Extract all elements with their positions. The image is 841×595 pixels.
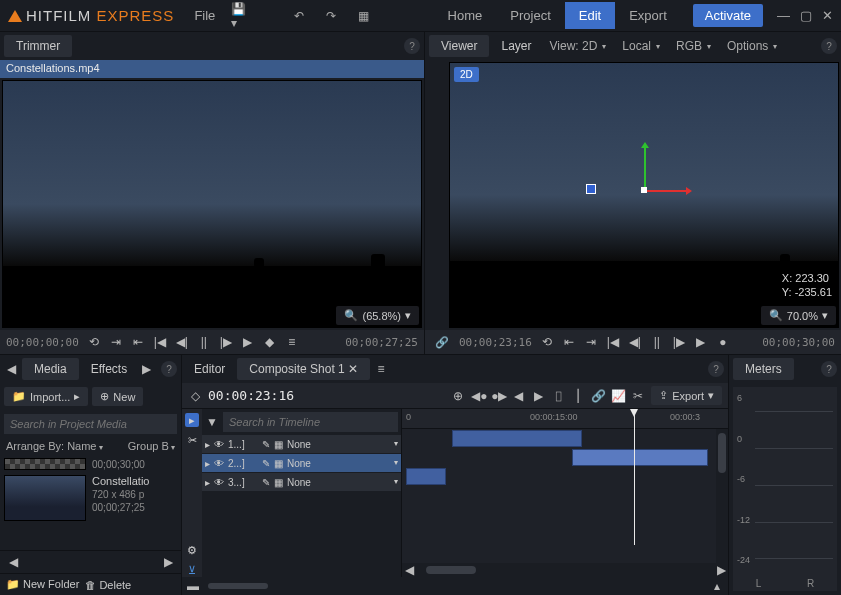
checker-icon[interactable]: ▦ bbox=[274, 439, 283, 450]
visibility-icon[interactable]: 👁 bbox=[214, 477, 224, 488]
playhead-timecode[interactable]: 00:00:23:16 bbox=[208, 388, 294, 403]
play-icon[interactable]: ▶ bbox=[241, 335, 255, 349]
layer-tab[interactable]: Layer bbox=[493, 35, 539, 57]
effects-tab[interactable]: Effects bbox=[83, 358, 135, 380]
select-tool-icon[interactable]: ▸ bbox=[185, 413, 199, 427]
help-icon[interactable]: ? bbox=[404, 38, 420, 54]
viewer-zoom[interactable]: 🔍 70.0% ▾ bbox=[761, 306, 836, 325]
graph-icon[interactable]: 📈 bbox=[611, 389, 625, 403]
blend-mode-dropdown[interactable]: None bbox=[287, 477, 398, 488]
filter-icon[interactable]: ▼ bbox=[205, 415, 219, 429]
back-icon[interactable]: ◀ bbox=[511, 389, 525, 403]
y-axis-handle[interactable] bbox=[644, 148, 646, 190]
options-icon[interactable]: ≡ bbox=[374, 362, 388, 376]
track-row[interactable]: ▸ 👁 1...] ✎ ▦ None bbox=[202, 435, 401, 454]
new-folder-button[interactable]: 📁 New Folder bbox=[6, 578, 79, 591]
end-icon[interactable]: ⇥ bbox=[584, 335, 598, 349]
tab-edit[interactable]: Edit bbox=[565, 2, 615, 29]
record-icon[interactable]: ● bbox=[716, 335, 730, 349]
view-mode-dropdown[interactable]: View: 2D bbox=[544, 37, 613, 55]
space-dropdown[interactable]: Local bbox=[616, 37, 666, 55]
visibility-icon[interactable]: 👁 bbox=[214, 439, 224, 450]
checker-icon[interactable]: ▦ bbox=[274, 477, 283, 488]
split-icon[interactable]: ⎮ bbox=[571, 389, 585, 403]
close-icon[interactable]: ✕ bbox=[822, 8, 833, 23]
frame-fwd-icon[interactable]: |▶ bbox=[219, 335, 233, 349]
channel-dropdown[interactable]: RGB bbox=[670, 37, 717, 55]
delete-button[interactable]: 🗑 Delete bbox=[85, 579, 131, 591]
minimize-icon[interactable]: — bbox=[777, 8, 790, 23]
viewer-viewport[interactable]: ▸ ✋ A ◇ ✥ ⚲ 2D X: 223.30 bbox=[449, 62, 839, 328]
zoom-slider[interactable] bbox=[208, 583, 268, 589]
meters-tab[interactable]: Meters bbox=[733, 358, 794, 380]
panel-nav-back-icon[interactable]: ◀ bbox=[4, 362, 18, 376]
clip[interactable] bbox=[572, 449, 708, 466]
frame-back-icon[interactable]: ◀| bbox=[628, 335, 642, 349]
panel-nav-fwd-icon[interactable]: ▶ bbox=[139, 362, 153, 376]
track-row[interactable]: ▸ 👁 3...] ✎ ▦ None bbox=[202, 473, 401, 492]
checker-icon[interactable]: ▦ bbox=[274, 458, 283, 469]
slice-tool-icon[interactable]: ✂ bbox=[185, 433, 199, 447]
editor-tab[interactable]: Editor bbox=[186, 358, 233, 380]
composite-tab[interactable]: Composite Shot 1 ✕ bbox=[237, 358, 370, 380]
lock-icon[interactable]: ✎ bbox=[262, 458, 270, 469]
list-item[interactable]: 00;00;30;00 bbox=[2, 456, 179, 473]
layout-icon[interactable]: ▦ bbox=[355, 8, 371, 24]
timeline-search-input[interactable] bbox=[223, 412, 398, 432]
blend-mode-dropdown[interactable]: None bbox=[287, 439, 398, 450]
lock-icon[interactable]: ✎ bbox=[262, 477, 270, 488]
help-icon[interactable]: ? bbox=[708, 361, 724, 377]
tab-export[interactable]: Export bbox=[615, 2, 681, 29]
undo-icon[interactable]: ↶ bbox=[291, 8, 307, 24]
maximize-icon[interactable]: ▢ bbox=[800, 8, 812, 23]
import-button[interactable]: 📁 Import... ▸ bbox=[4, 387, 88, 406]
help-icon[interactable]: ? bbox=[821, 38, 837, 54]
viewer-tab[interactable]: Viewer bbox=[429, 35, 489, 57]
link-icon[interactable]: 🔗 bbox=[591, 389, 605, 403]
scroll-right-icon[interactable]: ▶ bbox=[161, 555, 175, 569]
menu-file[interactable]: File bbox=[194, 8, 215, 23]
media-search-input[interactable] bbox=[4, 414, 177, 434]
marker-icon[interactable]: ◆ bbox=[263, 335, 277, 349]
out-icon[interactable]: ⇤ bbox=[131, 335, 145, 349]
frame-fwd-icon[interactable]: |▶ bbox=[672, 335, 686, 349]
anchor-point-handle[interactable] bbox=[586, 184, 596, 194]
trimmer-zoom[interactable]: 🔍 (65.8%) ▾ bbox=[336, 306, 419, 325]
scrollbar-vertical[interactable] bbox=[716, 429, 728, 563]
track-row[interactable]: ▸ 👁 2...] ✎ ▦ None bbox=[202, 454, 401, 473]
tab-project[interactable]: Project bbox=[496, 2, 564, 29]
scroll-left-icon[interactable]: ◀ bbox=[6, 555, 20, 569]
frame-back-icon[interactable]: ◀| bbox=[175, 335, 189, 349]
prev-icon[interactable]: |◀ bbox=[153, 335, 167, 349]
options-dropdown[interactable]: Options bbox=[721, 37, 783, 55]
options-icon[interactable]: ≡ bbox=[285, 335, 299, 349]
visibility-icon[interactable]: 👁 bbox=[214, 458, 224, 469]
collapse-icon[interactable]: ▴ bbox=[710, 579, 724, 593]
gizmo-origin[interactable] bbox=[641, 187, 647, 193]
tab-home[interactable]: Home bbox=[434, 2, 497, 29]
clip[interactable] bbox=[406, 468, 446, 485]
help-icon[interactable]: ? bbox=[821, 361, 837, 377]
save-icon[interactable]: 💾▾ bbox=[231, 8, 247, 24]
new-button[interactable]: ⊕ New bbox=[92, 387, 143, 406]
expand-icon[interactable]: ▸ bbox=[205, 477, 210, 488]
in-icon[interactable]: ⇥ bbox=[109, 335, 123, 349]
prev-icon[interactable]: |◀ bbox=[606, 335, 620, 349]
loop-icon[interactable]: ⟲ bbox=[87, 335, 101, 349]
magnet-icon[interactable]: ⊻ bbox=[185, 563, 199, 577]
blend-mode-dropdown[interactable]: None bbox=[287, 458, 398, 469]
clip[interactable] bbox=[452, 430, 582, 447]
x-axis-handle[interactable] bbox=[644, 190, 686, 192]
zoom-out-icon[interactable]: ▬ bbox=[186, 579, 200, 593]
arrange-dropdown[interactable]: Arrange By: Name bbox=[6, 440, 103, 452]
media-tab[interactable]: Media bbox=[22, 358, 79, 380]
time-ruler[interactable]: 0 00:00:15:00 00:00:3 bbox=[402, 409, 728, 429]
fwd-icon[interactable]: ▶ bbox=[531, 389, 545, 403]
pause-icon[interactable]: || bbox=[650, 335, 664, 349]
playhead[interactable] bbox=[634, 409, 635, 545]
loop-icon[interactable]: ⟲ bbox=[540, 335, 554, 349]
timeline[interactable]: 0 00:00:15:00 00:00:3 ◀▶ bbox=[402, 409, 728, 577]
trimmer-tab[interactable]: Trimmer bbox=[4, 35, 72, 57]
redo-icon[interactable]: ↷ bbox=[323, 8, 339, 24]
cut-icon[interactable]: ✂ bbox=[631, 389, 645, 403]
